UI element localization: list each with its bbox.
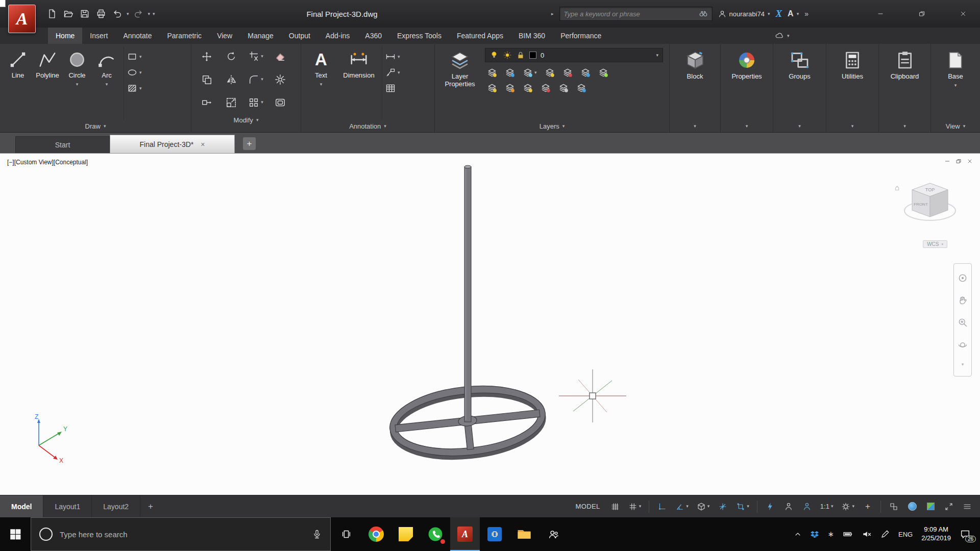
base-dropdown-arrow[interactable]: ▾: [954, 83, 957, 88]
action-center-button[interactable]: 26: [960, 529, 971, 540]
move-tool[interactable]: [201, 51, 212, 62]
viewcube[interactable]: TOP FRONT: [900, 177, 960, 234]
undo-dropdown-arrow[interactable]: ▾: [127, 12, 129, 16]
redo-dropdown-arrow[interactable]: ▾: [148, 12, 151, 16]
annotation-visibility-toggle[interactable]: [763, 499, 778, 514]
drawing-area[interactable]: [−][Custom View][Conceptual] ⌂ TOP FRONT…: [0, 153, 980, 495]
object-snap-tracking-toggle[interactable]: [715, 499, 730, 514]
customization-menu-button[interactable]: [960, 499, 975, 514]
layer-tool[interactable]: [541, 83, 551, 93]
tray-asterisk-icon[interactable]: ∗: [827, 530, 834, 539]
layer-tool[interactable]: [487, 83, 497, 93]
maximize-button[interactable]: [910, 0, 934, 28]
taskbar-app-sticky-notes[interactable]: [391, 517, 421, 551]
layer-lock-icon[interactable]: [516, 51, 525, 60]
erase-tool[interactable]: [275, 51, 286, 62]
help-search-input[interactable]: [564, 10, 696, 18]
zoom-icon[interactable]: [958, 317, 968, 328]
tray-chevron-up-icon[interactable]: [794, 530, 802, 538]
panel-label-clipboard[interactable]: ▾: [879, 120, 930, 132]
line-tool[interactable]: Line: [3, 46, 33, 120]
undo-button[interactable]: [110, 7, 124, 21]
text-tool[interactable]: A Text ▾: [304, 46, 338, 120]
dropbox-icon[interactable]: [811, 530, 819, 538]
exchange-apps-icon[interactable]: X: [775, 8, 782, 19]
hatch-tool[interactable]: ▾: [127, 83, 142, 93]
panel-label-groups[interactable]: ▾: [773, 120, 826, 132]
plot-button[interactable]: [94, 7, 108, 21]
rectangle-tool[interactable]: ▾: [127, 52, 142, 62]
panel-label-draw[interactable]: Draw▾: [0, 120, 191, 132]
tab-close-icon[interactable]: ×: [201, 140, 205, 148]
layer-on-bulb-icon[interactable]: [489, 51, 499, 60]
taskbar-search-input[interactable]: [60, 530, 305, 539]
new-drawing-button[interactable]: [45, 7, 59, 21]
pan-hand-icon[interactable]: [958, 295, 968, 306]
text-dropdown-arrow[interactable]: ▾: [320, 82, 323, 87]
panel-label-block[interactable]: ▾: [670, 120, 720, 132]
panel-label-utilities[interactable]: ▾: [826, 120, 878, 132]
layer-tool[interactable]: [576, 83, 586, 93]
save-button[interactable]: [78, 7, 91, 21]
workspace-switching-control[interactable]: ▾: [839, 499, 857, 514]
utilities-tool[interactable]: Utilities: [829, 46, 875, 81]
annotation-scale-control[interactable]: 1:1▾: [818, 499, 836, 514]
leader-tool[interactable]: ▾: [385, 67, 400, 78]
navigation-wheel-icon[interactable]: [958, 273, 968, 283]
ribbon-tab-bim360[interactable]: BIM 360: [511, 28, 553, 44]
layer-freeze-sun-icon[interactable]: [503, 51, 512, 60]
ribbon-tab-performance[interactable]: Performance: [553, 28, 609, 44]
viewport-minimize-icon[interactable]: [944, 158, 950, 164]
cortana-icon[interactable]: [39, 528, 53, 541]
viewport-controls[interactable]: [−][Custom View][Conceptual]: [7, 159, 88, 166]
model-space-toggle[interactable]: MODEL: [576, 503, 600, 510]
layer-color-swatch[interactable]: [529, 52, 536, 59]
isometric-drafting-toggle[interactable]: ▾: [694, 499, 713, 514]
stretch-tool[interactable]: [201, 97, 212, 108]
start-button[interactable]: [0, 517, 31, 551]
file-tab-start[interactable]: Start: [15, 136, 110, 153]
orbit-icon[interactable]: [958, 340, 968, 350]
layer-tool[interactable]: [523, 83, 533, 93]
properties-tool[interactable]: Properties: [724, 46, 770, 81]
navbar-more-arrow[interactable]: ▾: [962, 362, 964, 367]
ribbon-tab-featured-apps[interactable]: Featured Apps: [449, 28, 511, 44]
ribbon-display-toggle[interactable]: ▾: [775, 28, 790, 44]
panel-label-view[interactable]: View▾: [931, 120, 980, 132]
new-drawing-tab-button[interactable]: +: [243, 137, 256, 150]
viewport-restore-icon[interactable]: [955, 158, 962, 164]
layer-tool[interactable]: [545, 67, 555, 78]
polar-tracking-toggle[interactable]: ▾: [673, 499, 691, 514]
viewport-close-icon[interactable]: [967, 158, 973, 164]
ribbon-tab-home[interactable]: Home: [48, 28, 82, 44]
block-insert-tool[interactable]: Block: [673, 46, 717, 81]
table-tool[interactable]: [385, 83, 400, 93]
offset-tool[interactable]: [275, 97, 286, 108]
taskbar-app-whatsapp[interactable]: [421, 517, 450, 551]
taskbar-app-file-explorer[interactable]: [509, 517, 539, 551]
annotation-monitor-toggle[interactable]: [799, 499, 815, 514]
viewcube-home-icon[interactable]: ⌂: [895, 183, 899, 192]
file-tab-drawing[interactable]: Final Project-3D* ×: [110, 135, 235, 153]
array-tool[interactable]: ▾: [248, 97, 263, 108]
application-menu-button[interactable]: A: [8, 5, 36, 33]
annotation-autoscale-toggle[interactable]: [781, 499, 796, 514]
microphone-icon[interactable]: [312, 529, 322, 539]
grid-display-toggle[interactable]: [607, 499, 623, 514]
panel-label-layers[interactable]: Layers▾: [435, 120, 669, 132]
minimize-button[interactable]: [869, 0, 892, 28]
taskbar-app-people[interactable]: [539, 517, 569, 551]
layer-tool[interactable]: [505, 83, 515, 93]
ribbon-tab-insert[interactable]: Insert: [82, 28, 115, 44]
ribbon-toggle-arrow[interactable]: ▾: [787, 34, 790, 38]
account-dropdown-arrow[interactable]: ▾: [768, 12, 770, 16]
binoculars-search-icon[interactable]: [699, 9, 708, 18]
clean-screen-toggle[interactable]: [923, 499, 938, 514]
layer-tool[interactable]: [562, 67, 573, 78]
annotation-scale-add-button[interactable]: +: [860, 499, 875, 514]
fillet-tool[interactable]: ▾: [248, 74, 263, 85]
object-isolate-control[interactable]: [886, 499, 901, 514]
linear-dimension-tool[interactable]: ▾: [385, 52, 400, 62]
object-snap-toggle[interactable]: ▾: [733, 499, 752, 514]
open-button[interactable]: [61, 7, 75, 21]
